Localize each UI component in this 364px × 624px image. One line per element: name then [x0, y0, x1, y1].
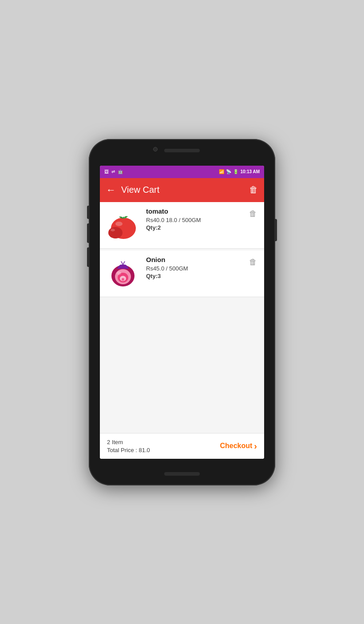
power-button [274, 219, 277, 241]
volume-down-button [87, 247, 90, 267]
android-icon: 🤖 [118, 169, 123, 174]
total-price: Total Price : 81.0 [107, 447, 150, 453]
svg-point-2 [108, 227, 123, 238]
battery-icon: 🔋 [233, 169, 238, 174]
onion-price: Rs45.0 / 500GM [146, 265, 247, 272]
status-bar: 🖼 ⇌ 🤖 📶 📡 🔋 10:13 AM [100, 166, 264, 178]
phone-speaker-top [164, 149, 200, 152]
onion-name: Onion [146, 256, 247, 263]
checkout-label: Checkout [220, 442, 252, 450]
signal-icon: 📡 [226, 169, 231, 174]
tomato-details: tomato Rs40.0 18.0 / 500GM Qty:2 [146, 207, 247, 231]
checkout-button[interactable]: Checkout › [220, 441, 257, 451]
tomato-image [105, 207, 141, 243]
status-bar-left: 🖼 ⇌ 🤖 [104, 169, 219, 174]
footer-info: 2 Item Total Price : 81.0 [107, 439, 150, 453]
wifi-icon: 📶 [219, 169, 224, 174]
phone-speaker-bottom [164, 472, 200, 476]
phone-camera [153, 147, 158, 151]
volume-up-button [87, 223, 90, 243]
cart-item-tomato: tomato Rs40.0 18.0 / 500GM Qty:2 🗑 [100, 202, 264, 249]
cart-content: tomato Rs40.0 18.0 / 500GM Qty:2 🗑 [100, 202, 264, 459]
onion-image [105, 256, 141, 291]
tomato-price: Rs40.0 18.0 / 500GM [146, 217, 247, 223]
cart-footer: 2 Item Total Price : 81.0 Checkout › [100, 433, 264, 459]
silent-button [87, 206, 90, 219]
onion-delete-button[interactable]: 🗑 [247, 256, 259, 269]
onion-details: Onion Rs45.0 / 500GM Qty:3 [146, 256, 247, 279]
tomato-delete-button[interactable]: 🗑 [247, 207, 259, 220]
checkout-arrow-icon: › [254, 441, 257, 451]
onion-qty: Qty:3 [146, 273, 247, 279]
phone-device: 🖼 ⇌ 🤖 📶 📡 🔋 10:13 AM ← View Cart 🗑 [89, 139, 275, 485]
status-bar-right: 📶 📡 🔋 10:13 AM [219, 169, 260, 174]
svg-point-1 [115, 222, 123, 226]
toolbar-title: View Cart [121, 185, 249, 195]
svg-point-8 [122, 278, 124, 281]
phone-screen: 🖼 ⇌ 🤖 📶 📡 🔋 10:13 AM ← View Cart 🗑 [100, 166, 264, 459]
toolbar: ← View Cart 🗑 [100, 178, 264, 202]
tomato-qty: Qty:2 [146, 224, 247, 231]
item-count: 2 Item [107, 439, 150, 445]
content-spacer [100, 318, 264, 433]
toolbar-delete-button[interactable]: 🗑 [249, 185, 258, 195]
svg-point-3 [111, 229, 115, 231]
usb-icon: ⇌ [111, 169, 115, 174]
image-icon: 🖼 [104, 169, 109, 174]
back-button[interactable]: ← [106, 184, 116, 196]
time-display: 10:13 AM [240, 169, 260, 174]
cart-item-onion: Onion Rs45.0 / 500GM Qty:3 🗑 [100, 250, 264, 297]
cart-items-list: tomato Rs40.0 18.0 / 500GM Qty:2 🗑 [100, 202, 264, 318]
svg-point-9 [117, 271, 121, 275]
tomato-name: tomato [146, 207, 247, 215]
